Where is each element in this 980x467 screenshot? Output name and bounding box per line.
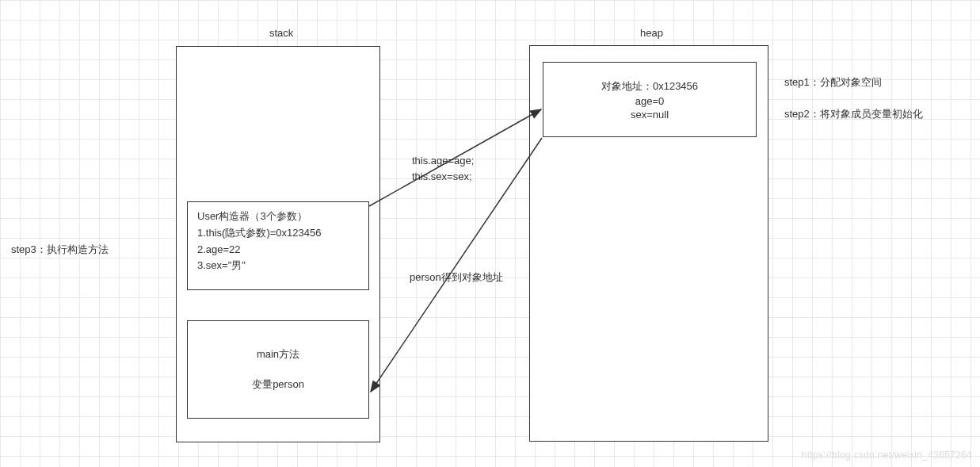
constructor-sex: 3.sex="男" [197, 258, 359, 274]
constructor-title: User构造器（3个参数） [197, 209, 359, 225]
heap-title: heap [640, 25, 663, 41]
stack-title: stack [269, 25, 293, 41]
heap-object-box: 对象地址：0x123456 age=0 sex=null [543, 62, 757, 137]
step3-label: step3：执行构造方法 [11, 242, 109, 258]
main-box: main方法 变量person [187, 320, 369, 419]
person-addr-label: person得到对象地址 [410, 270, 503, 285]
constructor-age: 2.age=22 [197, 242, 359, 258]
assign-label: this.age=age; this.sex=sex; [412, 153, 474, 184]
heap-object-sex: sex=null [553, 109, 746, 121]
main-person: 变量person [197, 377, 359, 392]
watermark: https://blog.csdn.net/weixin_43657264 [802, 450, 972, 461]
heap-object-addr: 对象地址：0x123456 [553, 79, 746, 94]
main-method: main方法 [197, 347, 359, 362]
constructor-box: User构造器（3个参数） 1.this(隐式参数)=0x123456 2.ag… [187, 201, 369, 290]
heap-object-age: age=0 [553, 95, 746, 107]
grid-background [0, 0, 980, 467]
step2-label: step2：将对象成员变量初始化 [784, 106, 923, 122]
step1-label: step1：分配对象空间 [784, 75, 882, 90]
constructor-this: 1.this(隐式参数)=0x123456 [197, 225, 359, 242]
